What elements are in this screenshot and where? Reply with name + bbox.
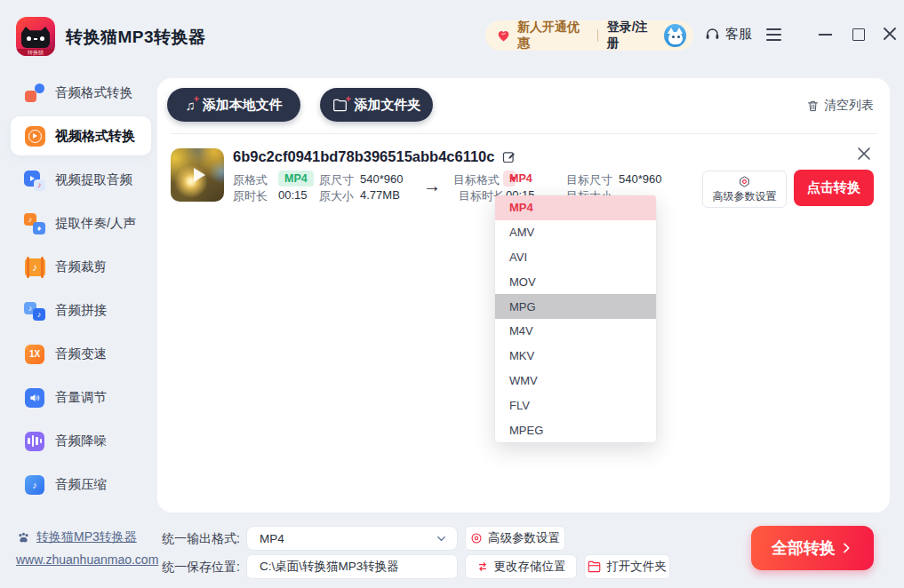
audio-format-icon [24, 83, 45, 104]
dropdown-option-mp4[interactable]: MP4 [495, 195, 656, 220]
customer-service-label: 客服 [725, 26, 752, 43]
convert-file-button[interactable]: 点击转换 [794, 170, 874, 206]
minimize-button[interactable] [819, 34, 832, 36]
heart-icon [496, 28, 511, 44]
dropdown-option-mpeg[interactable]: MPEG [495, 417, 656, 442]
user-avatar[interactable] [664, 24, 686, 47]
sidebar-footer: 转换猫MP3转换器 [16, 529, 137, 545]
menu-icon[interactable] [766, 28, 781, 41]
sidebar-item-audio-format[interactable]: 音频格式转换 [0, 71, 157, 115]
arrow-right-icon: → [423, 176, 441, 196]
sidebar-item-audio-merge[interactable]: ♪♪ 音频拼接 [0, 289, 157, 332]
app-title: 转换猫MP3转换器 [66, 26, 206, 49]
sidebar-item-volume[interactable]: 音量调节 [0, 376, 157, 419]
audio-denoise-icon [24, 431, 45, 452]
sidebar-item-audio-trim[interactable]: ♪ 音频裁剪 [0, 245, 157, 289]
gear-icon [738, 175, 751, 188]
site-url-link[interactable]: www.zhuanhuanmao.com [16, 552, 158, 567]
sidebar-item-video-extract-audio[interactable]: ♪ 视频提取音频 [0, 158, 157, 202]
audio-trim-icon: ♪ [24, 257, 45, 278]
divider [597, 29, 598, 42]
close-button[interactable] [884, 28, 896, 40]
remove-file-icon[interactable] [857, 147, 871, 161]
sidebar-item-audio-denoise[interactable]: 音频降噪 [0, 419, 157, 463]
sidebar-item-audio-compress[interactable]: ♪ 音频压缩 [0, 463, 157, 506]
site-name-link[interactable]: 转换猫MP3转换器 [36, 529, 137, 545]
source-dimension-value: 540*960 [360, 172, 403, 186]
target-dimension-value: 540*960 [619, 172, 661, 186]
advanced-settings-footer-button[interactable]: 高级参数设置 [465, 526, 565, 551]
sidebar-item-audio-speed[interactable]: 1X 音频变速 [0, 332, 157, 376]
source-format-label: 原格式 [233, 172, 268, 188]
source-format-badge: MP4 [278, 171, 314, 187]
audio-merge-icon: ♪♪ [24, 300, 45, 322]
login-register-link[interactable]: 登录/注册 [607, 20, 658, 52]
output-format-select[interactable]: MP4 [246, 526, 458, 551]
dropdown-option-mov[interactable]: MOV [495, 269, 656, 294]
customer-service-button[interactable]: 客服 [704, 26, 752, 43]
caret-down-icon [509, 177, 516, 181]
gear-icon [470, 532, 483, 544]
paw-icon [16, 530, 31, 545]
source-size-value: 4.77MB [360, 188, 400, 202]
sidebar: 音频格式转换 视频格式转换 ♪ 视频提取音频 ♪♦ 提取伴奏/人声 ♪ 音频裁剪… [0, 71, 157, 506]
sidebar-item-video-format[interactable]: 视频格式转换 [11, 116, 151, 155]
app-logo: 转换猫 [16, 17, 55, 56]
headset-icon [704, 26, 721, 43]
source-dimension-label: 原尺寸 [319, 172, 354, 188]
folder-icon [588, 560, 601, 573]
target-dimension-label: 目标尺寸 [566, 172, 612, 188]
vocal-extract-icon: ♪♦ [24, 213, 45, 234]
sidebar-item-vocal-extract[interactable]: ♪♦ 提取伴奏/人声 [0, 202, 157, 245]
video-extract-audio-icon: ♪ [24, 170, 45, 191]
target-format-label: 目标格式 [453, 172, 500, 188]
dropdown-option-flv[interactable]: FLV [495, 393, 656, 417]
dropdown-option-mkv[interactable]: MKV [495, 344, 656, 369]
convert-all-button[interactable]: 全部转换 [751, 526, 874, 570]
video-format-icon [24, 125, 45, 147]
maximize-button[interactable] [852, 28, 865, 41]
audio-speed-icon: 1X [24, 344, 45, 365]
dropdown-option-mpg[interactable]: MPG [495, 294, 656, 319]
main-panel: ♫＋ 添加本地文件 ＋ 添加文件夹 清空列表 6b9c2cf0941bd78b3… [157, 78, 890, 513]
dropdown-option-amv[interactable]: AMV [495, 220, 656, 245]
open-folder-button[interactable]: 打开文件夹 [584, 554, 670, 579]
dropdown-option-m4v[interactable]: M4V [495, 319, 656, 344]
chevron-right-icon [839, 541, 853, 555]
promo-banner[interactable]: 新人开通优惠 登录/注册 [485, 20, 693, 51]
chevron-down-icon [435, 532, 448, 545]
output-format-label: 统一输出格式: [162, 526, 240, 551]
save-path-label: 统一保存位置: [162, 554, 240, 579]
format-dropdown-menu: MP4 AMV AVI MOV MPG M4V MKV WMV FLV MPEG [495, 195, 656, 442]
source-duration-value: 00:15 [278, 188, 308, 202]
dropdown-option-avi[interactable]: AVI [495, 245, 656, 270]
target-format-dropdown[interactable]: MP4 [503, 171, 516, 187]
app-window: 转换猫 转换猫MP3转换器 新人开通优惠 登录/注册 客服 音频格式转换 [0, 0, 904, 588]
save-path-input[interactable]: C:\桌面\转换猫MP3转换器 [246, 554, 458, 579]
swap-icon [476, 560, 489, 573]
source-duration-label: 原时长 [233, 188, 268, 204]
volume-icon [24, 387, 45, 409]
promo-text[interactable]: 新人开通优惠 [517, 20, 588, 52]
source-size-label: 原大小 [319, 188, 354, 204]
dropdown-option-wmv[interactable]: WMV [495, 369, 656, 393]
audio-compress-icon: ♪ [24, 474, 45, 496]
change-location-button[interactable]: 更改存储位置 [465, 554, 577, 579]
advanced-settings-button[interactable]: 高级参数设置 [702, 171, 787, 208]
